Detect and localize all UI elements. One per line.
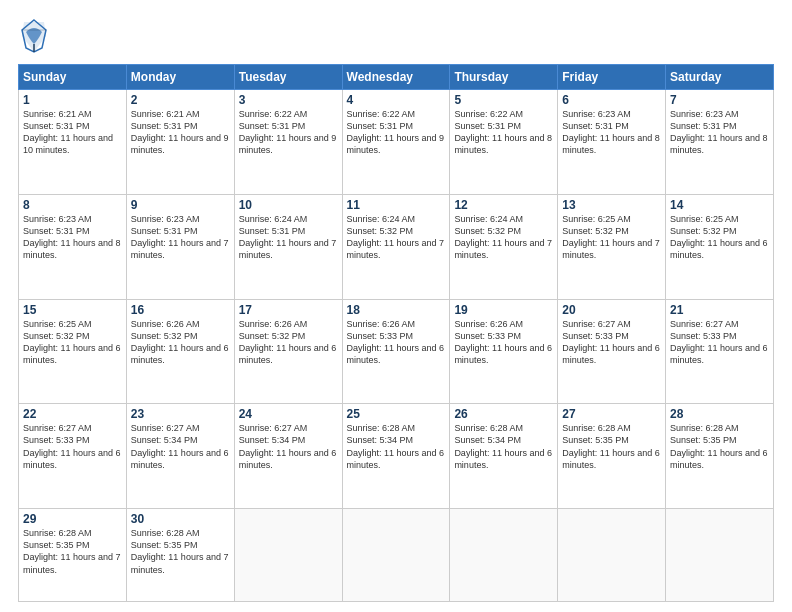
- calendar-cell: 12 Sunrise: 6:24 AM Sunset: 5:32 PM Dayl…: [450, 194, 558, 299]
- day-info: Sunrise: 6:26 AM Sunset: 5:32 PM Dayligh…: [239, 318, 338, 367]
- calendar-cell: 22 Sunrise: 6:27 AM Sunset: 5:33 PM Dayl…: [19, 404, 127, 509]
- calendar-cell: 14 Sunrise: 6:25 AM Sunset: 5:32 PM Dayl…: [666, 194, 774, 299]
- day-info: Sunrise: 6:22 AM Sunset: 5:31 PM Dayligh…: [454, 108, 553, 157]
- day-number: 27: [562, 407, 661, 421]
- day-header-friday: Friday: [558, 65, 666, 90]
- day-info: Sunrise: 6:26 AM Sunset: 5:33 PM Dayligh…: [347, 318, 446, 367]
- calendar-cell: [558, 509, 666, 602]
- calendar-cell: 26 Sunrise: 6:28 AM Sunset: 5:34 PM Dayl…: [450, 404, 558, 509]
- day-info: Sunrise: 6:23 AM Sunset: 5:31 PM Dayligh…: [670, 108, 769, 157]
- calendar-cell: 2 Sunrise: 6:21 AM Sunset: 5:31 PM Dayli…: [126, 90, 234, 195]
- day-number: 6: [562, 93, 661, 107]
- day-info: Sunrise: 6:22 AM Sunset: 5:31 PM Dayligh…: [239, 108, 338, 157]
- day-info: Sunrise: 6:25 AM Sunset: 5:32 PM Dayligh…: [23, 318, 122, 367]
- calendar-table: SundayMondayTuesdayWednesdayThursdayFrid…: [18, 64, 774, 602]
- calendar-cell: 29 Sunrise: 6:28 AM Sunset: 5:35 PM Dayl…: [19, 509, 127, 602]
- calendar-cell: 19 Sunrise: 6:26 AM Sunset: 5:33 PM Dayl…: [450, 299, 558, 404]
- calendar-body: 1 Sunrise: 6:21 AM Sunset: 5:31 PM Dayli…: [19, 90, 774, 602]
- calendar-cell: [450, 509, 558, 602]
- week-row-2: 8 Sunrise: 6:23 AM Sunset: 5:31 PM Dayli…: [19, 194, 774, 299]
- calendar-cell: [234, 509, 342, 602]
- day-info: Sunrise: 6:21 AM Sunset: 5:31 PM Dayligh…: [23, 108, 122, 157]
- day-header-monday: Monday: [126, 65, 234, 90]
- day-info: Sunrise: 6:26 AM Sunset: 5:33 PM Dayligh…: [454, 318, 553, 367]
- day-number: 7: [670, 93, 769, 107]
- header-row: SundayMondayTuesdayWednesdayThursdayFrid…: [19, 65, 774, 90]
- logo-icon: [18, 18, 50, 54]
- day-number: 22: [23, 407, 122, 421]
- day-number: 10: [239, 198, 338, 212]
- day-info: Sunrise: 6:27 AM Sunset: 5:33 PM Dayligh…: [23, 422, 122, 471]
- week-row-1: 1 Sunrise: 6:21 AM Sunset: 5:31 PM Dayli…: [19, 90, 774, 195]
- day-info: Sunrise: 6:27 AM Sunset: 5:34 PM Dayligh…: [239, 422, 338, 471]
- day-number: 4: [347, 93, 446, 107]
- day-info: Sunrise: 6:28 AM Sunset: 5:35 PM Dayligh…: [670, 422, 769, 471]
- logo: [18, 18, 54, 54]
- calendar-cell: 21 Sunrise: 6:27 AM Sunset: 5:33 PM Dayl…: [666, 299, 774, 404]
- calendar-cell: 3 Sunrise: 6:22 AM Sunset: 5:31 PM Dayli…: [234, 90, 342, 195]
- calendar-cell: 7 Sunrise: 6:23 AM Sunset: 5:31 PM Dayli…: [666, 90, 774, 195]
- day-info: Sunrise: 6:22 AM Sunset: 5:31 PM Dayligh…: [347, 108, 446, 157]
- day-info: Sunrise: 6:28 AM Sunset: 5:35 PM Dayligh…: [131, 527, 230, 576]
- day-number: 1: [23, 93, 122, 107]
- day-info: Sunrise: 6:23 AM Sunset: 5:31 PM Dayligh…: [562, 108, 661, 157]
- day-number: 23: [131, 407, 230, 421]
- calendar-cell: 25 Sunrise: 6:28 AM Sunset: 5:34 PM Dayl…: [342, 404, 450, 509]
- day-number: 16: [131, 303, 230, 317]
- day-info: Sunrise: 6:28 AM Sunset: 5:35 PM Dayligh…: [562, 422, 661, 471]
- day-info: Sunrise: 6:21 AM Sunset: 5:31 PM Dayligh…: [131, 108, 230, 157]
- day-number: 21: [670, 303, 769, 317]
- calendar-cell: 20 Sunrise: 6:27 AM Sunset: 5:33 PM Dayl…: [558, 299, 666, 404]
- day-header-saturday: Saturday: [666, 65, 774, 90]
- day-number: 12: [454, 198, 553, 212]
- day-number: 20: [562, 303, 661, 317]
- week-row-4: 22 Sunrise: 6:27 AM Sunset: 5:33 PM Dayl…: [19, 404, 774, 509]
- calendar-cell: 24 Sunrise: 6:27 AM Sunset: 5:34 PM Dayl…: [234, 404, 342, 509]
- day-info: Sunrise: 6:25 AM Sunset: 5:32 PM Dayligh…: [562, 213, 661, 262]
- day-info: Sunrise: 6:24 AM Sunset: 5:31 PM Dayligh…: [239, 213, 338, 262]
- day-number: 26: [454, 407, 553, 421]
- calendar-cell: 13 Sunrise: 6:25 AM Sunset: 5:32 PM Dayl…: [558, 194, 666, 299]
- day-info: Sunrise: 6:27 AM Sunset: 5:34 PM Dayligh…: [131, 422, 230, 471]
- day-number: 9: [131, 198, 230, 212]
- calendar-cell: 11 Sunrise: 6:24 AM Sunset: 5:32 PM Dayl…: [342, 194, 450, 299]
- day-header-thursday: Thursday: [450, 65, 558, 90]
- calendar-cell: 8 Sunrise: 6:23 AM Sunset: 5:31 PM Dayli…: [19, 194, 127, 299]
- calendar-cell: 16 Sunrise: 6:26 AM Sunset: 5:32 PM Dayl…: [126, 299, 234, 404]
- day-number: 25: [347, 407, 446, 421]
- page: SundayMondayTuesdayWednesdayThursdayFrid…: [0, 0, 792, 612]
- day-info: Sunrise: 6:27 AM Sunset: 5:33 PM Dayligh…: [562, 318, 661, 367]
- day-header-wednesday: Wednesday: [342, 65, 450, 90]
- day-header-tuesday: Tuesday: [234, 65, 342, 90]
- day-info: Sunrise: 6:23 AM Sunset: 5:31 PM Dayligh…: [131, 213, 230, 262]
- calendar-cell: 15 Sunrise: 6:25 AM Sunset: 5:32 PM Dayl…: [19, 299, 127, 404]
- day-info: Sunrise: 6:24 AM Sunset: 5:32 PM Dayligh…: [454, 213, 553, 262]
- day-number: 15: [23, 303, 122, 317]
- calendar-cell: 28 Sunrise: 6:28 AM Sunset: 5:35 PM Dayl…: [666, 404, 774, 509]
- calendar-cell: 9 Sunrise: 6:23 AM Sunset: 5:31 PM Dayli…: [126, 194, 234, 299]
- day-number: 3: [239, 93, 338, 107]
- day-number: 14: [670, 198, 769, 212]
- day-number: 17: [239, 303, 338, 317]
- day-info: Sunrise: 6:25 AM Sunset: 5:32 PM Dayligh…: [670, 213, 769, 262]
- week-row-5: 29 Sunrise: 6:28 AM Sunset: 5:35 PM Dayl…: [19, 509, 774, 602]
- day-number: 18: [347, 303, 446, 317]
- day-number: 8: [23, 198, 122, 212]
- calendar-cell: [342, 509, 450, 602]
- day-number: 30: [131, 512, 230, 526]
- day-header-sunday: Sunday: [19, 65, 127, 90]
- calendar-cell: 27 Sunrise: 6:28 AM Sunset: 5:35 PM Dayl…: [558, 404, 666, 509]
- header: [18, 18, 774, 54]
- day-info: Sunrise: 6:27 AM Sunset: 5:33 PM Dayligh…: [670, 318, 769, 367]
- calendar-cell: 30 Sunrise: 6:28 AM Sunset: 5:35 PM Dayl…: [126, 509, 234, 602]
- day-info: Sunrise: 6:28 AM Sunset: 5:34 PM Dayligh…: [454, 422, 553, 471]
- calendar-cell: 18 Sunrise: 6:26 AM Sunset: 5:33 PM Dayl…: [342, 299, 450, 404]
- day-info: Sunrise: 6:28 AM Sunset: 5:34 PM Dayligh…: [347, 422, 446, 471]
- day-number: 29: [23, 512, 122, 526]
- day-info: Sunrise: 6:24 AM Sunset: 5:32 PM Dayligh…: [347, 213, 446, 262]
- day-info: Sunrise: 6:26 AM Sunset: 5:32 PM Dayligh…: [131, 318, 230, 367]
- calendar-cell: 5 Sunrise: 6:22 AM Sunset: 5:31 PM Dayli…: [450, 90, 558, 195]
- day-info: Sunrise: 6:23 AM Sunset: 5:31 PM Dayligh…: [23, 213, 122, 262]
- day-info: Sunrise: 6:28 AM Sunset: 5:35 PM Dayligh…: [23, 527, 122, 576]
- day-number: 19: [454, 303, 553, 317]
